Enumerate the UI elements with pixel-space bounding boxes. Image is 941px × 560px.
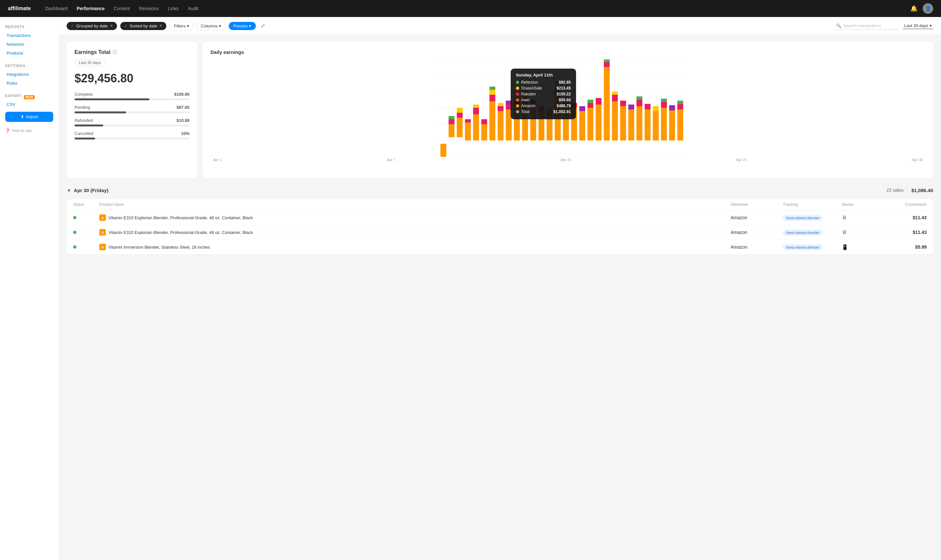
svg-rect-81 xyxy=(661,98,667,102)
nav-links[interactable]: Links xyxy=(168,6,179,11)
page-content: Earnings Total ⓘ Last 30 days $29,456.80… xyxy=(59,35,941,261)
group-header: ▼ Apr 30 (Friday) 22 sales $1,086.40 xyxy=(67,184,933,196)
row-status xyxy=(73,231,99,234)
tooltip-shareasale: ShareASale $213.45 xyxy=(516,86,571,91)
grouped-label: Grouped by date xyxy=(76,23,108,28)
import-label: Import xyxy=(26,114,38,119)
expand-button[interactable]: ⤢ xyxy=(259,21,267,31)
import-button[interactable]: ⬆ Import xyxy=(5,112,53,122)
svg-rect-75 xyxy=(645,109,650,140)
svg-rect-82 xyxy=(669,111,675,140)
amazon-icon: a xyxy=(99,244,106,250)
svg-rect-15 xyxy=(465,119,471,123)
svg-rect-67 xyxy=(612,91,618,95)
svg-rect-23 xyxy=(489,90,495,95)
svg-rect-86 xyxy=(677,101,683,104)
svg-rect-78 xyxy=(653,106,659,111)
sidebar-item-networks[interactable]: Networks xyxy=(5,40,53,48)
svg-rect-55 xyxy=(579,111,585,140)
svg-rect-72 xyxy=(637,106,643,140)
group-total: $1,086.40 xyxy=(911,188,933,193)
row-device: 🖥 xyxy=(842,229,881,235)
row-commission: $11.43 xyxy=(881,215,927,220)
notifications-icon[interactable]: 🔔 xyxy=(910,5,918,12)
svg-rect-79 xyxy=(661,108,667,140)
nav-dashboard[interactable]: Dashboard xyxy=(45,6,68,11)
period-badge: Last 30 days xyxy=(74,59,105,66)
tooltip-awin: Awin $59.60 xyxy=(516,98,571,102)
xlabel-apr7: Apr 7 xyxy=(387,158,395,162)
columns-button[interactable]: Columns ▾ xyxy=(197,22,226,31)
presets-button[interactable]: Presets ▾ xyxy=(229,22,256,30)
desktop-icon: 🖥 xyxy=(842,215,847,220)
svg-rect-22 xyxy=(489,95,495,101)
group-stats: 22 sales $1,086.40 xyxy=(886,188,933,193)
sorted-close-icon[interactable]: ✕ xyxy=(159,23,162,28)
row-advertiser: Amazon xyxy=(730,245,783,249)
earnings-card: Earnings Total ⓘ Last 30 days $29,456.80… xyxy=(67,42,197,178)
transactions-table: Status Product name Advertiser Tracking … xyxy=(67,199,933,254)
stat-cancelled-value: 10% xyxy=(181,131,189,136)
export-header: EXPORT NEW xyxy=(5,94,53,100)
svg-rect-66 xyxy=(612,95,618,101)
logo: affilimate xyxy=(8,6,31,11)
col-tracking: Tracking xyxy=(783,202,842,207)
svg-rect-14 xyxy=(465,123,471,140)
grouped-chip[interactable]: ✓ Grouped by date ✕ xyxy=(67,22,117,30)
sidebar-item-products[interactable]: Products xyxy=(5,49,53,57)
table-row: a Vitamix E310 Explorian Blender, Profes… xyxy=(67,225,933,240)
nav-audit[interactable]: Audit xyxy=(188,6,198,11)
sidebar: REPORTS Transactions Networks Products S… xyxy=(0,17,59,560)
info-icon[interactable]: ⓘ xyxy=(112,49,117,55)
sidebar-item-csv[interactable]: CSV xyxy=(5,100,53,108)
chart-xlabels: Apr 1 Apr 7 Apr 15 Apr 21 Apr 30 xyxy=(211,158,925,162)
table-header: Status Product name Advertiser Tracking … xyxy=(67,199,933,211)
stat-complete-value: $100.90 xyxy=(174,92,189,97)
upload-icon: ⬆ xyxy=(21,114,24,119)
filters-button[interactable]: Filters ▾ xyxy=(169,22,193,31)
product-name-text: Vitamix E310 Explorian Blender, Professi… xyxy=(109,215,253,220)
stat-pending: Pending $87.00 xyxy=(74,105,189,113)
settings-label: SETTINGS xyxy=(5,64,53,68)
row-advertiser: Amazon xyxy=(730,230,783,235)
sidebar-item-integrations[interactable]: Integrations xyxy=(5,70,53,78)
tracking-tag[interactable]: /best-vitamix-blender xyxy=(783,230,823,235)
sidebar-item-rules[interactable]: Rules xyxy=(5,79,53,87)
search-box[interactable]: 🔍 Search transactions xyxy=(833,22,899,30)
desktop-icon: 🖥 xyxy=(842,229,847,235)
row-tracking: /best-vitamix-blender xyxy=(783,245,842,249)
sidebar-item-transactions[interactable]: Transactions xyxy=(5,31,53,40)
svg-rect-84 xyxy=(677,109,683,140)
filters-label: Filters xyxy=(174,23,185,28)
group-date: Apr 30 (Friday) xyxy=(74,188,109,193)
row-advertiser: Amazon xyxy=(730,215,783,220)
svg-rect-24 xyxy=(489,86,495,90)
nav-performance[interactable]: Performance xyxy=(77,6,105,11)
new-badge: NEW xyxy=(24,95,35,99)
row-product: a Vitamix Immersion Blender, Stainless S… xyxy=(99,244,730,250)
svg-rect-73 xyxy=(637,100,643,106)
sorted-chip[interactable]: ✓ Sorted by date ✕ xyxy=(120,22,167,30)
svg-rect-83 xyxy=(669,105,675,111)
toolbar-right: 🔍 Search transactions Last 30 days ▾ xyxy=(833,22,933,30)
svg-rect-26 xyxy=(498,106,503,111)
how-to-link[interactable]: ❓ How to use xyxy=(5,128,53,133)
col-device: Device xyxy=(842,202,881,207)
xlabel-apr21: Apr 21 xyxy=(737,158,747,162)
nav-content[interactable]: Content xyxy=(114,6,130,11)
cards-row: Earnings Total ⓘ Last 30 days $29,456.80… xyxy=(67,42,933,178)
tracking-tag[interactable]: /best-vitamix-blender xyxy=(783,245,823,250)
chevron-down-icon-2: ▾ xyxy=(219,23,221,28)
check-icon: ✓ xyxy=(71,23,74,28)
collapse-icon[interactable]: ▼ xyxy=(67,188,71,193)
date-range-selector[interactable]: Last 30 days ▾ xyxy=(903,23,933,29)
grouped-close-icon[interactable]: ✕ xyxy=(110,23,113,28)
chevron-down-icon: ▾ xyxy=(187,23,189,28)
topnav-right: 🔔 👤 xyxy=(910,3,933,14)
nav-revisions[interactable]: Revisions xyxy=(139,6,159,11)
stat-complete-label: Complete xyxy=(74,92,93,97)
user-avatar[interactable]: 👤 xyxy=(923,3,933,14)
tracking-tag[interactable]: /best-vitamix-blender xyxy=(783,215,823,221)
svg-rect-58 xyxy=(587,103,594,108)
tooltip-date: Sunday, April 11th xyxy=(516,72,571,77)
